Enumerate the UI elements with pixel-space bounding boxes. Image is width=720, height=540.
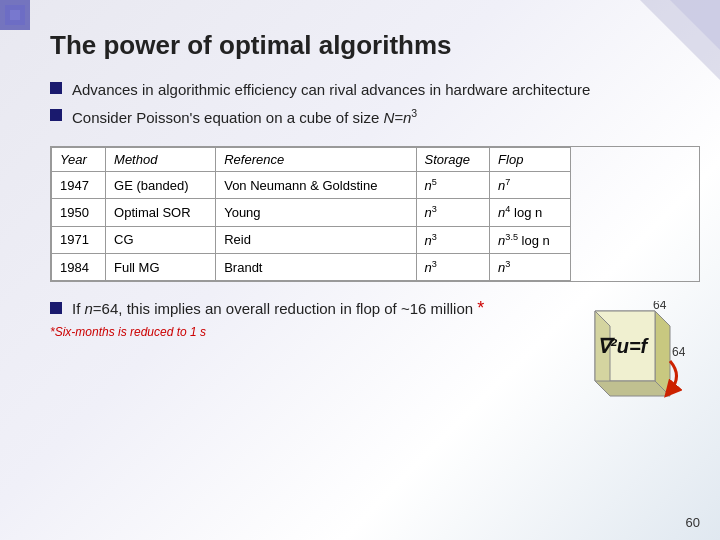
bullet-icon-3 (50, 302, 62, 314)
svg-rect-2 (10, 10, 20, 20)
cell-year-1984: 1984 (52, 253, 106, 280)
page-number: 60 (686, 515, 700, 530)
cell-storage-1947: n5 (416, 172, 490, 199)
cube-graphic: 64 64 ∇²u=f (565, 301, 685, 431)
bullet-icon-1 (50, 82, 62, 94)
cell-storage-1950: n3 (416, 199, 490, 226)
data-table-container: Year Method Reference Storage Flop 1947 … (50, 146, 700, 282)
bottom-bullet-text: If n=64, this implies an overall reducti… (72, 298, 484, 319)
bullet-icon-2 (50, 109, 62, 121)
cell-year-1950: 1950 (52, 199, 106, 226)
main-content: The power of optimal algorithms Advances… (50, 20, 700, 520)
cell-flop-1947: n7 (490, 172, 571, 199)
svg-text:∇²u=f: ∇²u=f (597, 335, 650, 357)
cell-year-1971: 1971 (52, 226, 106, 253)
cell-method-sor: Optimal SOR (106, 199, 216, 226)
table-row: 1947 GE (banded) Von Neumann & Goldstine… (52, 172, 571, 199)
bottom-italic-n: n (85, 300, 93, 317)
cell-ref-brandt: Brandt (216, 253, 416, 280)
cell-storage-1971: n3 (416, 226, 490, 253)
cell-flop-1971: n3.5 log n (490, 226, 571, 253)
col-header-flop: Flop (490, 148, 571, 172)
bullet-text-1: Advances in algorithmic efficiency can r… (72, 79, 590, 100)
cell-flop-1950: n4 log n (490, 199, 571, 226)
svg-text:64: 64 (672, 345, 685, 359)
cell-ref-young: Young (216, 199, 416, 226)
table-row: 1950 Optimal SOR Young n3 n4 log n (52, 199, 571, 226)
col-header-reference: Reference (216, 148, 416, 172)
cell-storage-1984: n3 (416, 253, 490, 280)
cell-year-1947: 1947 (52, 172, 106, 199)
bullet-item-2: Consider Poisson's equation on a cube of… (50, 106, 700, 128)
table-header-row: Year Method Reference Storage Flop (52, 148, 571, 172)
cell-flop-1984: n3 (490, 253, 571, 280)
col-header-year: Year (52, 148, 106, 172)
col-header-method: Method (106, 148, 216, 172)
cell-ref-von: Von Neumann & Goldstine (216, 172, 416, 199)
svg-text:64: 64 (653, 301, 667, 312)
col-header-storage: Storage (416, 148, 490, 172)
bullet-points: Advances in algorithmic efficiency can r… (50, 79, 700, 128)
cell-ref-reid: Reid (216, 226, 416, 253)
bullet2-italic: N=n (383, 109, 411, 126)
bullet2-sup: 3 (411, 107, 417, 119)
cell-method-cg: CG (106, 226, 216, 253)
cell-method-mg: Full MG (106, 253, 216, 280)
table-row: 1971 CG Reid n3 n3.5 log n (52, 226, 571, 253)
bullet-text-2: Consider Poisson's equation on a cube of… (72, 106, 417, 128)
cube-svg: 64 64 ∇²u=f (565, 301, 685, 431)
bullet2-prefix: Consider Poisson's equation on a cube of… (72, 109, 383, 126)
table-row: 1984 Full MG Brandt n3 n3 (52, 253, 571, 280)
cell-method-ge: GE (banded) (106, 172, 216, 199)
data-table: Year Method Reference Storage Flop 1947 … (51, 147, 571, 281)
star-footnote: * (477, 298, 484, 318)
bullet-item-1: Advances in algorithmic efficiency can r… (50, 79, 700, 100)
page-title: The power of optimal algorithms (50, 30, 700, 61)
